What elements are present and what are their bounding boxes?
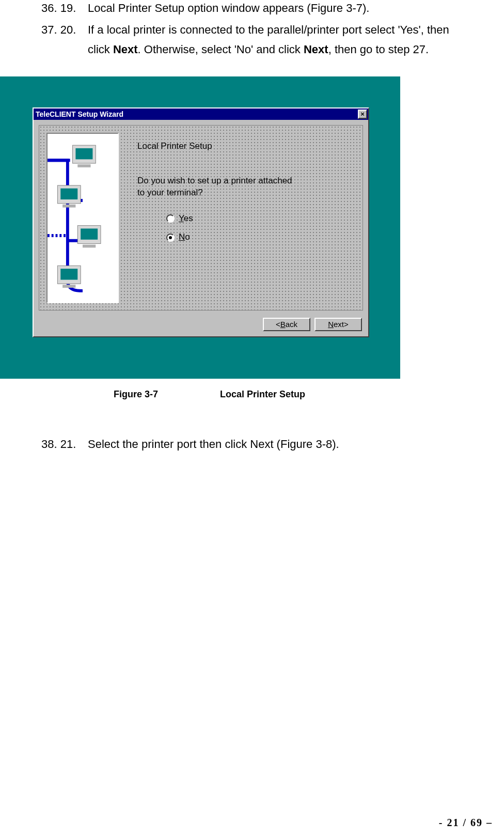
radio-no[interactable]: No [166,229,193,245]
step-number: 36. 19. [41,0,88,17]
svg-rect-7 [81,228,98,239]
close-button[interactable]: × [358,110,367,119]
section-heading: Local Printer Setup [137,141,212,151]
network-icon [48,134,118,302]
screenshot-area: TeleCLIENT Setup Wizard × [0,76,400,379]
radio-label: No [179,229,190,245]
step-37: 37. 20. If a local printer is connected … [41,22,496,61]
illustration-panel [46,133,119,303]
radio-icon [166,234,175,242]
step-number: 37. 20. [41,22,88,61]
svg-rect-8 [83,244,96,247]
radio-label: Yes [179,211,193,227]
back-button[interactable]: < Back [263,318,310,331]
step-text: Select the printer port then click Next … [88,436,496,453]
step-text: Local Printer Setup option window appear… [88,0,496,17]
svg-rect-2 [77,164,90,167]
svg-rect-1 [75,148,92,159]
radio-group: Yes No [166,211,193,249]
svg-rect-11 [62,285,75,288]
step-36: 36. 19. Local Printer Setup option windo… [41,0,496,17]
wizard-dialog: TeleCLIENT Setup Wizard × [33,107,369,337]
svg-rect-10 [60,269,77,280]
next-button[interactable]: Next > [314,318,362,331]
figure-number: Figure 3-7 [114,389,158,400]
dialog-title: TeleCLIENT Setup Wizard [36,108,123,120]
wizard-body: Local Printer Setup Do you wish to set u… [39,125,363,311]
radio-yes[interactable]: Yes [166,211,193,227]
step-number: 38. 21. [41,436,88,453]
title-bar: TeleCLIENT Setup Wizard × [34,108,368,120]
question-text: Do you wish to set up a printer attached… [137,175,292,199]
page-footer: - 21 / 69 – [439,817,493,828]
step-38: 38. 21. Select the printer port then cli… [41,436,496,453]
svg-rect-5 [62,204,75,207]
svg-rect-4 [60,188,77,199]
radio-icon [166,214,175,223]
figure-caption: Figure 3-7 Local Printer Setup [41,389,504,400]
close-icon: × [360,111,365,117]
figure-title: Local Printer Setup [220,389,305,400]
step-text: If a local printer is connected to the p… [88,22,496,61]
button-row: < Back Next > [263,318,362,331]
